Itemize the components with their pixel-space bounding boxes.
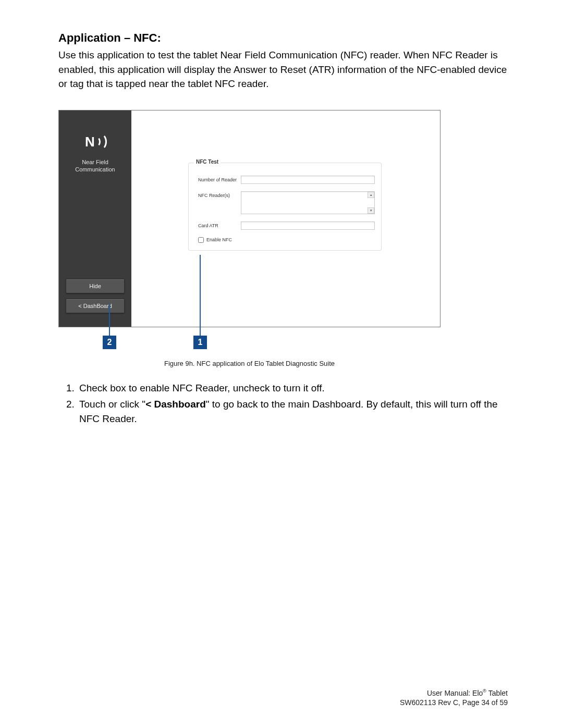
enable-nfc-checkbox[interactable]: [198, 237, 204, 243]
nfc-test-panel: NFC Test Number of Reader NFC Reader(s) …: [188, 163, 382, 251]
section-heading: Application – NFC:: [58, 31, 508, 45]
num-reader-row: Number of Reader: [198, 176, 375, 184]
nfc-icon-wave: [94, 133, 107, 150]
nfc-icon: N: [84, 131, 107, 152]
num-reader-field[interactable]: [241, 176, 375, 184]
enable-nfc-label: Enable NFC: [206, 237, 232, 242]
nfc-readers-row: NFC Reader(s) ▴ ▾: [198, 191, 375, 214]
intro-paragraph: Use this application to test the tablet …: [58, 48, 508, 91]
nfc-readers-label: NFC Reader(s): [198, 191, 241, 198]
figure-block: N Near Field Communication Hide < DashBo…: [58, 110, 500, 367]
panel-legend: NFC Test: [194, 159, 221, 165]
sidebar-title: Near Field Communication: [59, 158, 131, 174]
card-atr-field[interactable]: [241, 221, 375, 230]
scroll-down-icon[interactable]: ▾: [368, 207, 374, 214]
card-atr-row: Card ATR: [198, 221, 375, 230]
enable-nfc-row: Enable NFC: [198, 237, 375, 243]
instruction-list: Check box to enable NFC Reader, uncheck …: [77, 381, 508, 426]
hide-button[interactable]: Hide: [66, 279, 125, 293]
figure-caption: Figure 9h. NFC application of Elo Tablet…: [58, 360, 440, 367]
app-screenshot: N Near Field Communication Hide < DashBo…: [58, 110, 440, 327]
app-sidebar: N Near Field Communication Hide < DashBo…: [59, 110, 131, 327]
list-item: Check box to enable NFC Reader, uncheck …: [77, 381, 508, 396]
callout-two: 2: [103, 336, 116, 349]
scroll-up-icon[interactable]: ▴: [368, 192, 374, 198]
list-item: Touch or click "< Dashboard" to go back …: [77, 397, 508, 426]
page-footer: User Manual: Elo® Tablet SW602113 Rev C,…: [400, 688, 508, 707]
num-reader-label: Number of Reader: [198, 176, 241, 182]
dashboard-button[interactable]: < DashBoard: [66, 299, 125, 313]
nfc-readers-field[interactable]: ▴ ▾: [241, 191, 375, 214]
callout-one: 1: [193, 336, 207, 349]
card-atr-label: Card ATR: [198, 221, 241, 228]
